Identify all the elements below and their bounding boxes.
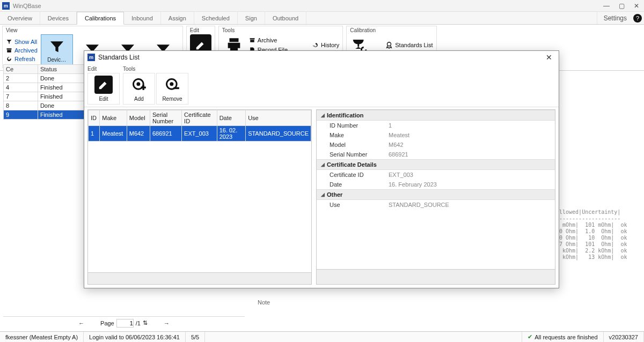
ribbon-group-edit-title: Edit: [190, 27, 211, 33]
detail-date: Date16. February 2023: [317, 180, 555, 189]
pager-next[interactable]: →: [164, 320, 170, 326]
archived-icon: [6, 47, 12, 54]
target-minus-icon: [165, 77, 180, 92]
svg-point-6: [170, 82, 173, 86]
history-button[interactable]: History: [312, 41, 339, 49]
col-use[interactable]: Use: [246, 110, 311, 126]
standards-list-dialog: m Standards List ✕ Edit Edit Tools Add: [84, 50, 559, 288]
dialog-remove-button[interactable]: Remove: [156, 73, 188, 105]
status-requests: ✔All requests are finished: [522, 332, 603, 342]
dialog-ribbon-edit-title: Edit: [87, 66, 120, 72]
detail-cert-id: Certificate IDEXT_003: [317, 170, 555, 180]
dialog-add-label: Add: [134, 96, 144, 102]
target-plus-icon: [131, 77, 147, 92]
table-row[interactable]: 1 Meatest M642 686921 EXT_003 16. 02. 20…: [89, 126, 311, 142]
section-other[interactable]: ◢Other: [317, 189, 555, 200]
settings-button[interactable]: Settings: [597, 12, 633, 24]
col-serial[interactable]: Serial Number: [150, 110, 182, 126]
show-all-button[interactable]: Show All: [6, 38, 38, 46]
dialog-ribbon-edit-group: Edit Edit: [87, 66, 120, 105]
col-ce[interactable]: Ce: [4, 65, 38, 74]
dialog-add-button[interactable]: Add: [123, 73, 155, 105]
tab-inbound[interactable]: Inbound: [124, 12, 161, 24]
tab-calibrations[interactable]: Calibrations: [77, 12, 124, 25]
chevron-down-icon: ◢: [321, 113, 325, 118]
tab-sign[interactable]: Sign: [238, 12, 265, 24]
status-bar: fkessner (Meatest Empty A) Login valid t…: [0, 331, 644, 342]
svg-rect-7: [173, 87, 179, 90]
tab-overview[interactable]: Overview: [0, 12, 40, 24]
pager-prev[interactable]: ←: [78, 320, 84, 326]
standards-table-footer: [88, 272, 311, 284]
dialog-ribbon-tools-group: Tools Add Remove: [123, 66, 188, 105]
window-title: WinQBase: [13, 3, 599, 9]
funnel-icon: [48, 39, 65, 56]
pencil-icon: [98, 79, 109, 91]
tab-scheduled[interactable]: Scheduled: [194, 12, 238, 24]
grid-footer: ← Page /1 ⇅ →: [3, 316, 245, 329]
col-make[interactable]: Make: [100, 110, 127, 126]
result-log: llowed|Uncertainty| ------------------- …: [559, 209, 640, 261]
archived-button[interactable]: Archived: [6, 47, 38, 54]
app-icon: m: [87, 54, 95, 61]
history-icon: [312, 42, 319, 48]
title-bar: m WinQBase — ▢ ✕: [0, 0, 644, 12]
svg-point-0: [387, 42, 391, 46]
svg-point-2: [136, 82, 140, 86]
section-certificate[interactable]: ◢Certificate Details: [317, 159, 555, 170]
window-minimize-button[interactable]: —: [599, 0, 614, 12]
detail-id-number: ID Number1: [317, 121, 555, 130]
window-maximize-button[interactable]: ▢: [614, 0, 629, 12]
help-button[interactable]: ?: [633, 14, 642, 23]
col-id[interactable]: ID: [89, 110, 100, 126]
archive-icon: [249, 37, 255, 43]
dialog-ribbon: Edit Edit Tools Add Remove: [84, 64, 559, 107]
window-close-button[interactable]: ✕: [629, 0, 644, 12]
status-count: 5/5: [186, 332, 205, 342]
tab-assign[interactable]: Assign: [161, 12, 194, 24]
dialog-ribbon-tools-title: Tools: [123, 66, 188, 72]
filter-devices-label: Devic…: [47, 57, 66, 63]
pager-label: Page: [100, 320, 114, 326]
standards-table: ID Make Model Serial Number Certificate …: [87, 109, 312, 285]
pager-spin[interactable]: ⇅: [143, 319, 148, 326]
pager-input[interactable]: [116, 319, 134, 328]
chevron-down-icon: ◢: [321, 192, 325, 197]
dialog-edit-label: Edit: [99, 96, 108, 102]
dialog-title-bar: m Standards List ✕: [84, 51, 559, 64]
dialog-remove-label: Remove: [162, 96, 182, 102]
refresh-icon: [6, 56, 12, 62]
tab-outbound[interactable]: Outbound: [265, 12, 306, 24]
check-icon: ✔: [528, 333, 532, 340]
badge-icon: [385, 41, 393, 49]
section-identification[interactable]: ◢Identification: [317, 110, 555, 121]
ribbon-group-tools-title: Tools: [222, 27, 339, 33]
pencil-icon: [195, 39, 207, 51]
dialog-close-button[interactable]: ✕: [543, 53, 555, 62]
detail-model: ModelM642: [317, 140, 555, 150]
details-footer: [317, 269, 555, 284]
ribbon-group-view-title: View: [6, 27, 179, 33]
col-model[interactable]: Model: [127, 110, 150, 126]
col-cert[interactable]: Certificate ID: [182, 110, 217, 126]
main-tab-bar: Overview Devices Calibrations Inbound As…: [0, 12, 644, 25]
pager-total: /1: [136, 320, 141, 326]
status-version: v20230327: [604, 332, 644, 342]
detail-use: UseSTANDARD_SOURCE: [317, 200, 555, 210]
dialog-edit-button[interactable]: Edit: [87, 73, 120, 105]
status-user: fkessner (Meatest Empty A): [0, 332, 84, 342]
show-all-icon: [6, 39, 12, 45]
filter-devices-button[interactable]: Devic…: [41, 34, 73, 66]
app-icon: m: [2, 2, 10, 10]
col-date[interactable]: Date: [217, 110, 245, 126]
ribbon-group-calibration-title: Calibration: [350, 27, 433, 33]
archive-button[interactable]: Archive: [249, 36, 288, 44]
standard-details-panel: ◢Identification ID Number1 MakeMeatest M…: [316, 109, 555, 285]
standards-list-button[interactable]: Standards List: [385, 40, 433, 50]
svg-rect-4: [142, 85, 144, 90]
refresh-button[interactable]: Refresh: [6, 55, 38, 63]
tab-devices[interactable]: Devices: [40, 12, 77, 24]
status-login: Login valid to 06/06/2023 16:36:41: [84, 332, 186, 342]
dialog-title: Standards List: [98, 54, 140, 61]
chevron-down-icon: ◢: [321, 162, 325, 167]
